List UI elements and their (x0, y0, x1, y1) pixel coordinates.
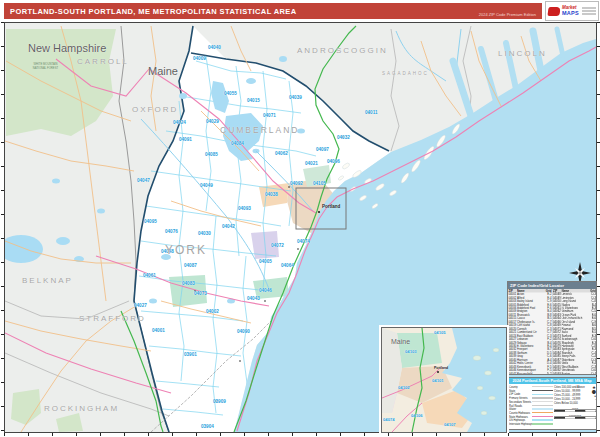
zip-label: 04064 (281, 263, 294, 268)
zip-label: 04055 (224, 91, 237, 96)
zip-label: 04072 (271, 243, 284, 248)
legend-swatch (532, 405, 553, 406)
legend-item: Interstate Highways (509, 422, 553, 426)
legend-panel: 2024 Portland-South Portland, ME MSA Map… (507, 377, 597, 430)
inset-zip-label: 04101 (432, 378, 444, 383)
index-row: 04093BuxtonD-4 (553, 372, 597, 375)
zip-label: 04097 (316, 147, 329, 152)
legend-body: CountyStateZIP CodePrimary StreetsSecond… (508, 384, 597, 430)
zip-label: 04085 (205, 152, 218, 157)
grid-ticks-left (1, 22, 4, 432)
index-row: 04047ParsonsfieldD-2 (508, 372, 552, 375)
city-label: Portland (322, 204, 340, 209)
zip-label: 04073 (194, 291, 207, 296)
logo-text-2: MAPS (562, 11, 579, 17)
zip-label: 04040 (208, 45, 221, 50)
legend-swatch (532, 409, 553, 410)
logo-address-block (582, 7, 596, 15)
legend-swatch (532, 397, 553, 398)
zip-label: 04039 (289, 95, 302, 100)
zip-label: 04042 (222, 224, 235, 229)
grid-ticks-right (597, 22, 600, 432)
county-label: SAGADAHOC (382, 71, 429, 76)
legend-swatch (532, 416, 553, 417)
inset-zip-label: 04107 (444, 422, 456, 427)
county-label: BELKNAP (22, 276, 73, 285)
zip-label: 04084 (231, 141, 244, 146)
publisher-logo: Market MAPS (545, 1, 599, 21)
zip-label: 04074 (297, 239, 310, 244)
zip-label: 04015 (247, 98, 260, 103)
inset-zip-label: 04105 (434, 330, 446, 335)
map-title: PORTLAND-SOUTH PORTLAND, ME METROPOLITAN… (10, 7, 297, 16)
zip-label: 04009 (193, 56, 206, 61)
zip-label: 04096 (327, 159, 340, 164)
inset-zip-label: 04074 (383, 417, 395, 422)
legend-swatch (532, 387, 553, 388)
zip-label: 04087 (184, 263, 197, 268)
zip-label: 04062 (275, 151, 288, 156)
zip-label: 04001 (152, 328, 165, 333)
legend-swatch (532, 390, 553, 391)
county-label: YORK (165, 243, 207, 257)
zip-label: 04046 (259, 288, 272, 293)
zip-label: 04043 (247, 296, 260, 301)
zip-label: 04071 (263, 113, 276, 118)
zip-label: 04002 (206, 309, 219, 314)
zip-index-table: ZIPNameGrid04001ActonE-204002AlfredE-404… (508, 289, 596, 375)
state-label: Maine (148, 65, 178, 77)
county-label: LINCOLN (498, 49, 547, 58)
county-label: ROCKINGHAM (44, 404, 119, 413)
zip-label: 04038 (265, 192, 278, 197)
legend-city-items: Cities 100,000 and Above★Cities 50,000 -… (554, 384, 597, 430)
zip-label: 04061 (143, 273, 156, 278)
inset-state-label: Maine (391, 338, 410, 345)
inset-zip-label: 04102 (398, 385, 410, 390)
inset-zip-label: 04103 (405, 349, 417, 354)
inset-zip-label: 04106 (411, 413, 423, 418)
zip-label: 04027 (134, 303, 147, 308)
zip-label: 03901 (184, 352, 197, 357)
county-label: STRAFFORD (79, 314, 146, 323)
county-label: ANDROSCOGGIN (297, 46, 388, 55)
zip-label: 04091 (179, 137, 192, 142)
legend-swatch (532, 394, 553, 395)
county-label: OXFORD (132, 105, 178, 114)
zip-label: 04032 (337, 135, 350, 140)
zip-index-panel: ZIP Code Index/Grid Locator ZIPNameGrid0… (507, 281, 597, 375)
title-banner: PORTLAND-SOUTH PORTLAND, ME METROPOLITAN… (4, 3, 542, 19)
zip-label: 04021 (305, 161, 318, 166)
zip-label: 04011 (365, 110, 378, 115)
portland-inset-map: MainePortland041050410304101041020410604… (381, 327, 507, 433)
zip-label: 04083 (182, 281, 195, 286)
forest-label: WHITE MOUNTAIN NATIONAL FOREST (29, 63, 62, 69)
zip-label: 04024 (173, 120, 186, 125)
zip-label: 04095 (144, 219, 157, 224)
county-label: CUMBERLAND (220, 125, 300, 135)
zip-label: 04049 (200, 183, 213, 188)
legend-swatch (532, 412, 553, 413)
legend-city-item: Cities Below 10,000· (554, 401, 596, 405)
zip-index-header: ZIP Code Index/Grid Locator (508, 282, 596, 289)
legend-swatch (532, 401, 553, 402)
zip-label: 04076 (165, 229, 178, 234)
legend-swatch (532, 423, 553, 424)
legend-line-items: CountyStateZIP CodePrimary StreetsSecond… (508, 384, 554, 430)
zip-label: 04090 (237, 329, 250, 334)
zip-label: 04092 (290, 181, 303, 186)
legend-swatch (532, 420, 553, 421)
edition-label: 2024 ZIP Code Premium Edition (479, 12, 536, 19)
grid-ticks-bottom (4, 433, 596, 436)
zip-label: 04030 (198, 231, 211, 236)
scale-bar: Kilometers (554, 414, 596, 420)
zip-label: 04047 (137, 178, 150, 183)
county-label: CARROLL (77, 57, 129, 66)
zip-label: 03904 (201, 424, 214, 429)
state-label: New Hampshire (28, 42, 106, 54)
inset-city-label: Portland (434, 366, 448, 370)
zip-label: 04029 (206, 119, 219, 124)
map-poster: 0404004009040550401504029040710403904032… (0, 0, 600, 437)
zip-label: 03909 (213, 399, 226, 404)
scale-bar: Miles (554, 407, 596, 413)
logo-map-icon (547, 7, 560, 16)
